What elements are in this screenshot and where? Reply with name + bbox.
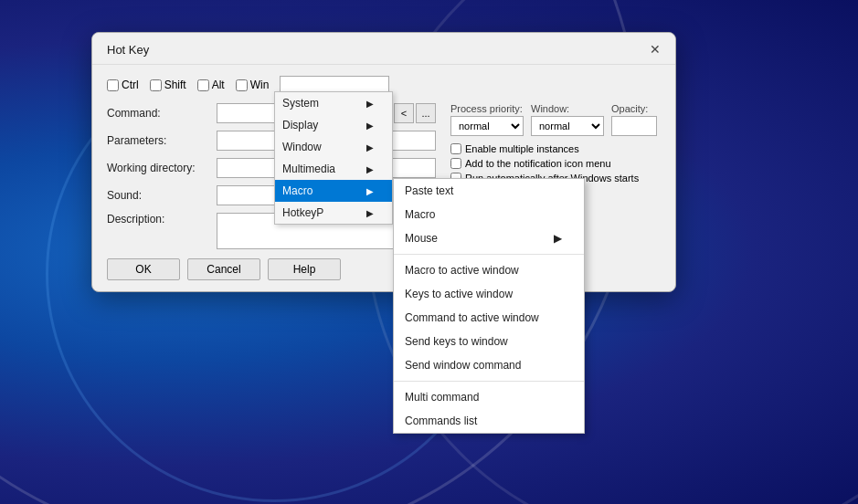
macro-arrow-icon: ▶	[366, 186, 374, 196]
win-label: Win	[250, 79, 270, 91]
mouse-arrow-icon: ▶	[554, 232, 562, 245]
menu-item-hotkeyp-label: HotkeyP	[282, 206, 323, 219]
menu2-multi-command[interactable]: Multi command	[394, 385, 584, 409]
menu2-macro-active-window-label: Macro to active window	[405, 264, 519, 277]
menu-level2: Paste text Macro Mouse ▶ Macro to active…	[393, 178, 585, 434]
menu-item-multimedia-label: Multimedia	[282, 163, 335, 175]
menu2-keys-active-window-label: Keys to active window	[405, 288, 513, 300]
alt-checkbox-item[interactable]: Alt	[197, 79, 225, 91]
menu-item-system-label: System	[282, 97, 319, 110]
close-button[interactable]: ✕	[646, 40, 664, 58]
menu2-divider-2	[394, 381, 584, 382]
menu-item-window[interactable]: Window ▶	[275, 136, 392, 158]
opacity-input[interactable]	[611, 116, 657, 136]
alt-checkbox[interactable]	[197, 79, 209, 91]
command-browse-back-button[interactable]: <	[394, 103, 414, 123]
win-checkbox[interactable]	[236, 79, 248, 91]
priority-label: Process priority:	[450, 103, 524, 114]
menu2-paste-text[interactable]: Paste text	[394, 179, 584, 203]
menu2-command-active-window-label: Command to active window	[405, 311, 539, 324]
enable-multiple-checkbox[interactable]	[450, 143, 461, 154]
hotkeyp-arrow-icon: ▶	[366, 208, 374, 218]
ctrl-checkbox-item[interactable]: Ctrl	[107, 79, 139, 91]
menu-item-multimedia[interactable]: Multimedia ▶	[275, 158, 392, 180]
shift-label: Shift	[164, 79, 186, 91]
add-notification-option[interactable]: Add to the notification icon menu	[450, 158, 661, 169]
cancel-button[interactable]: Cancel	[187, 258, 260, 280]
multimedia-arrow-icon: ▶	[366, 164, 374, 174]
add-notification-checkbox[interactable]	[450, 158, 461, 169]
window-group: Window: normal minimized maximized hidde…	[531, 103, 604, 136]
dialog-title: Hot Key	[107, 43, 149, 57]
menu-item-hotkeyp[interactable]: HotkeyP ▶	[275, 202, 392, 224]
alt-label: Alt	[212, 79, 225, 91]
win-checkbox-item[interactable]: Win	[236, 79, 270, 91]
menu2-macro[interactable]: Macro	[394, 203, 584, 226]
menu-item-display-label: Display	[282, 119, 318, 131]
menu2-send-keys-window[interactable]: Send keys to window	[394, 330, 584, 353]
system-arrow-icon: ▶	[366, 99, 374, 109]
priority-select[interactable]: normal high low realtime	[450, 116, 524, 136]
command-browse-button[interactable]: ...	[416, 103, 436, 123]
window-arrow-icon: ▶	[366, 142, 374, 152]
menu2-commands-list-label: Commands list	[405, 415, 477, 427]
window-label: Window:	[531, 103, 604, 114]
enable-multiple-label: Enable multiple instances	[465, 143, 579, 154]
menu2-commands-list[interactable]: Commands list	[394, 409, 584, 433]
menu2-mouse[interactable]: Mouse ▶	[394, 226, 584, 250]
ctrl-checkbox[interactable]	[107, 79, 119, 91]
window-select[interactable]: normal minimized maximized hidden	[531, 116, 604, 136]
shift-checkbox-item[interactable]: Shift	[150, 79, 186, 91]
menu2-paste-text-label: Paste text	[405, 184, 453, 197]
menu-item-macro-label: Macro	[282, 184, 312, 197]
enable-multiple-option[interactable]: Enable multiple instances	[450, 143, 661, 154]
command-label: Command:	[107, 107, 217, 120]
help-button[interactable]: Help	[268, 258, 341, 280]
shift-checkbox[interactable]	[150, 79, 162, 91]
opacity-label: Opacity:	[611, 103, 657, 114]
ctrl-label: Ctrl	[122, 79, 139, 91]
add-notification-label: Add to the notification icon menu	[465, 158, 611, 169]
menu2-send-window-command-label: Send window command	[405, 359, 521, 372]
menu-item-system[interactable]: System ▶	[275, 92, 392, 114]
dialog-titlebar: Hot Key ✕	[92, 33, 675, 65]
menu2-send-window-command[interactable]: Send window command	[394, 353, 584, 377]
priority-row: Process priority: normal high low realti…	[450, 103, 661, 136]
menu2-send-keys-window-label: Send keys to window	[405, 335, 508, 348]
sound-label: Sound:	[107, 189, 217, 202]
menu-level1: System ▶ Display ▶ Window ▶ Multimedia ▶…	[274, 91, 393, 225]
display-arrow-icon: ▶	[366, 121, 374, 131]
description-label: Description:	[107, 213, 217, 226]
priority-group: Process priority: normal high low realti…	[450, 103, 524, 136]
menu-item-display[interactable]: Display ▶	[275, 114, 392, 136]
workdir-label: Working directory:	[107, 162, 217, 174]
menu-item-macro[interactable]: Macro ▶	[275, 180, 392, 202]
context-menu-container: System ▶ Display ▶ Window ▶ Multimedia ▶…	[274, 91, 393, 225]
menu2-multi-command-label: Multi command	[405, 391, 479, 404]
menu2-divider-1	[394, 254, 584, 255]
ok-button[interactable]: OK	[107, 258, 180, 280]
menu2-macro-active-window[interactable]: Macro to active window	[394, 258, 584, 282]
menu2-keys-active-window[interactable]: Keys to active window	[394, 282, 584, 306]
menu2-command-active-window[interactable]: Command to active window	[394, 306, 584, 330]
opacity-group: Opacity:	[611, 103, 657, 136]
menu2-mouse-label: Mouse	[405, 232, 438, 245]
menu2-macro-label: Macro	[405, 208, 435, 221]
dialog-buttons: OK Cancel Help	[107, 258, 436, 280]
parameters-label: Parameters:	[107, 134, 217, 147]
menu-item-window-label: Window	[282, 141, 322, 153]
